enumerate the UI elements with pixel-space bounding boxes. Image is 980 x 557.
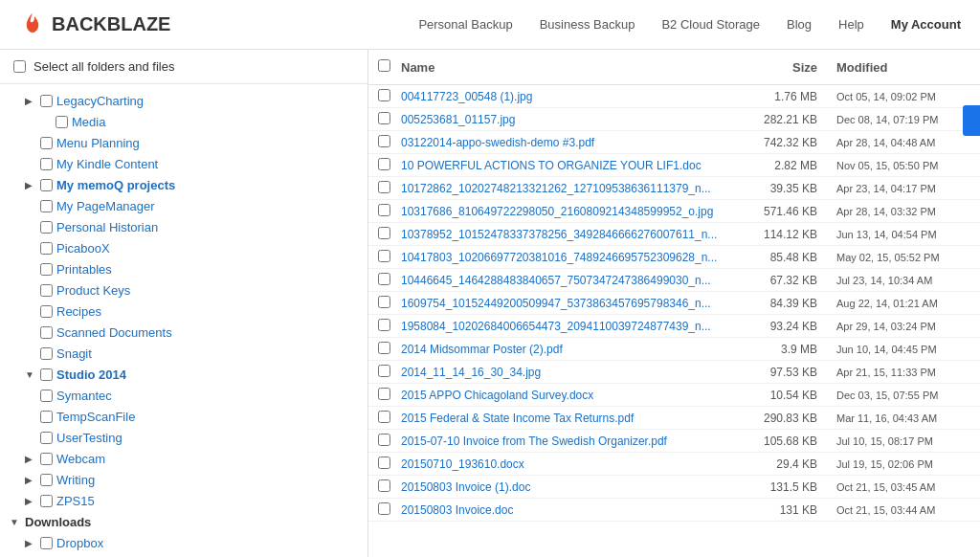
file-row[interactable]: 10 POWERFUL ACTIONS TO ORGANIZE YOUR LIF… bbox=[368, 154, 980, 177]
file-select-all-checkbox[interactable] bbox=[378, 59, 390, 72]
tree-item-checkbox[interactable] bbox=[40, 242, 53, 255]
file-checkbox-cell[interactable] bbox=[378, 502, 401, 518]
tree-item[interactable]: Camera Uploads bbox=[0, 553, 368, 557]
tree-item-checkbox[interactable] bbox=[40, 495, 53, 507]
file-checkbox-cell[interactable] bbox=[378, 204, 401, 219]
tree-item[interactable]: Printables bbox=[0, 258, 368, 279]
tree-item-checkbox[interactable] bbox=[40, 284, 53, 297]
file-row[interactable]: 004117723_00548 (1).jpg 1.76 MB Oct 05, … bbox=[368, 85, 980, 108]
file-name[interactable]: 2015-07-10 Invoice from The Swedish Orga… bbox=[401, 434, 750, 448]
file-name[interactable]: 1958084_10202684006654473_20941100397248… bbox=[401, 320, 750, 333]
select-all-checkbox[interactable] bbox=[13, 60, 26, 73]
tree-item[interactable]: ▶LegacyCharting bbox=[0, 90, 368, 111]
file-checkbox[interactable] bbox=[378, 479, 390, 492]
file-row[interactable]: 10172862_10202748213321262_1271095386361… bbox=[368, 177, 980, 200]
tree-item[interactable]: TempScanFile bbox=[0, 406, 368, 427]
tree-item[interactable]: Recipes bbox=[0, 301, 368, 322]
file-row[interactable]: 10317686_810649722298050_216080921434859… bbox=[368, 200, 980, 223]
select-all-bar[interactable]: Select all folders and files bbox=[0, 50, 368, 84]
file-checkbox-cell[interactable] bbox=[378, 342, 401, 357]
file-name[interactable]: 10172862_10202748213321262_1271095386361… bbox=[401, 182, 750, 195]
file-checkbox-cell[interactable] bbox=[378, 89, 401, 104]
file-checkbox[interactable] bbox=[378, 227, 390, 239]
file-checkbox-cell[interactable] bbox=[378, 388, 401, 403]
tree-item-checkbox[interactable] bbox=[56, 116, 68, 128]
file-checkbox-cell[interactable] bbox=[378, 457, 401, 472]
file-name[interactable]: 004117723_00548 (1).jpg bbox=[401, 90, 750, 103]
file-checkbox[interactable] bbox=[378, 342, 390, 354]
tree-item[interactable]: My Kindle Content bbox=[0, 153, 368, 174]
file-checkbox[interactable] bbox=[378, 181, 390, 193]
file-row[interactable]: 20150803 Invoice.doc 131 KB Oct 21, 15, … bbox=[368, 499, 980, 522]
logo[interactable]: BACKBLAZE bbox=[19, 11, 170, 38]
file-checkbox[interactable] bbox=[378, 457, 390, 469]
file-name[interactable]: 1609754_10152449200509947_53738634576957… bbox=[401, 297, 750, 310]
tree-item[interactable]: ▶ZPS15 bbox=[0, 490, 368, 511]
file-row[interactable]: 2014_11_14_16_30_34.jpg 97.53 KB Apr 21,… bbox=[368, 361, 980, 384]
tree-item-checkbox[interactable] bbox=[40, 347, 53, 360]
file-checkbox[interactable] bbox=[378, 411, 390, 423]
tree-item-checkbox[interactable] bbox=[40, 263, 53, 276]
file-checkbox[interactable] bbox=[378, 296, 390, 308]
tree-item-checkbox[interactable] bbox=[40, 158, 53, 170]
file-name[interactable]: 10446645_1464288483840657_75073472473864… bbox=[401, 274, 750, 287]
file-name[interactable]: 10 POWERFUL ACTIONS TO ORGANIZE YOUR LIF… bbox=[401, 159, 750, 172]
file-checkbox[interactable] bbox=[378, 158, 390, 170]
file-row[interactable]: 10378952_10152478337378256_3492846666276… bbox=[368, 223, 980, 246]
tree-item-checkbox[interactable] bbox=[40, 305, 53, 318]
tree-item[interactable]: Snagit bbox=[0, 343, 368, 364]
tree-item-checkbox[interactable] bbox=[40, 200, 53, 212]
tree-item[interactable]: ▶My memoQ projects bbox=[0, 174, 368, 195]
file-row[interactable]: 1958084_10202684006654473_20941100397248… bbox=[368, 315, 980, 338]
file-row[interactable]: 20150710_193610.docx 29.4 KB Jul 19, 15,… bbox=[368, 453, 980, 476]
tree-item-checkbox[interactable] bbox=[40, 326, 53, 339]
file-checkbox-cell[interactable] bbox=[378, 273, 401, 288]
file-name[interactable]: 20150803 Invoice.doc bbox=[401, 503, 750, 517]
nav-help[interactable]: Help bbox=[838, 17, 864, 32]
file-row[interactable]: 2015 Federal & State Income Tax Returns.… bbox=[368, 407, 980, 430]
file-checkbox-cell[interactable] bbox=[378, 112, 401, 127]
file-row[interactable]: 20150803 Invoice (1).doc 131.5 KB Oct 21… bbox=[368, 476, 980, 499]
tree-item[interactable]: ▶Writing bbox=[0, 469, 368, 490]
file-checkbox-cell[interactable] bbox=[378, 479, 401, 495]
tree-item-checkbox[interactable] bbox=[40, 474, 53, 486]
file-checkbox[interactable] bbox=[378, 89, 390, 101]
file-checkbox[interactable] bbox=[378, 388, 390, 400]
file-checkbox[interactable] bbox=[378, 365, 390, 377]
file-name[interactable]: 03122014-appo-swedish-demo #3.pdf bbox=[401, 136, 750, 149]
tree-item[interactable]: My PageManager bbox=[0, 195, 368, 216]
file-checkbox[interactable] bbox=[378, 434, 390, 446]
file-row[interactable]: 2015-07-10 Invoice from The Swedish Orga… bbox=[368, 430, 980, 453]
file-checkbox-cell[interactable] bbox=[378, 250, 401, 265]
file-checkbox[interactable] bbox=[378, 502, 390, 515]
tree-item-checkbox[interactable] bbox=[40, 95, 53, 107]
file-checkbox-cell[interactable] bbox=[378, 135, 401, 150]
file-name[interactable]: 2014_11_14_16_30_34.jpg bbox=[401, 366, 750, 379]
file-checkbox[interactable] bbox=[378, 250, 390, 262]
file-row[interactable]: 10446645_1464288483840657_75073472473864… bbox=[368, 269, 980, 292]
tree-item[interactable]: UserTesting bbox=[0, 427, 368, 448]
file-checkbox-cell[interactable] bbox=[378, 434, 401, 449]
file-checkbox-cell[interactable] bbox=[378, 296, 401, 311]
file-checkbox-cell[interactable] bbox=[378, 181, 401, 196]
tree-item[interactable]: Symantec bbox=[0, 385, 368, 406]
tree-item-checkbox[interactable] bbox=[40, 390, 53, 402]
file-checkbox[interactable] bbox=[378, 135, 390, 147]
file-name[interactable]: 2015 APPO Chicagoland Survey.docx bbox=[401, 389, 750, 402]
tree-item[interactable]: Personal Historian bbox=[0, 216, 368, 237]
file-checkbox[interactable] bbox=[378, 319, 390, 331]
file-name[interactable]: 20150710_193610.docx bbox=[401, 457, 750, 471]
tree-item-checkbox[interactable] bbox=[40, 221, 53, 234]
file-name[interactable]: 10317686_810649722298050_216080921434859… bbox=[401, 205, 750, 218]
file-name[interactable]: 2014 Midsommar Poster (2).pdf bbox=[401, 343, 750, 356]
action-button-partial[interactable] bbox=[963, 105, 980, 136]
tree-item[interactable]: PicabooX bbox=[0, 237, 368, 258]
tree-item[interactable]: Scanned Documents bbox=[0, 322, 368, 343]
tree-item-checkbox[interactable] bbox=[40, 453, 53, 465]
nav-account[interactable]: My Account bbox=[891, 17, 961, 32]
file-row[interactable]: 2015 APPO Chicagoland Survey.docx 10.54 … bbox=[368, 384, 980, 407]
file-checkbox[interactable] bbox=[378, 204, 390, 216]
file-checkbox[interactable] bbox=[378, 273, 390, 285]
file-checkbox-cell[interactable] bbox=[378, 319, 401, 334]
tree-item[interactable]: Menu Planning bbox=[0, 132, 368, 153]
